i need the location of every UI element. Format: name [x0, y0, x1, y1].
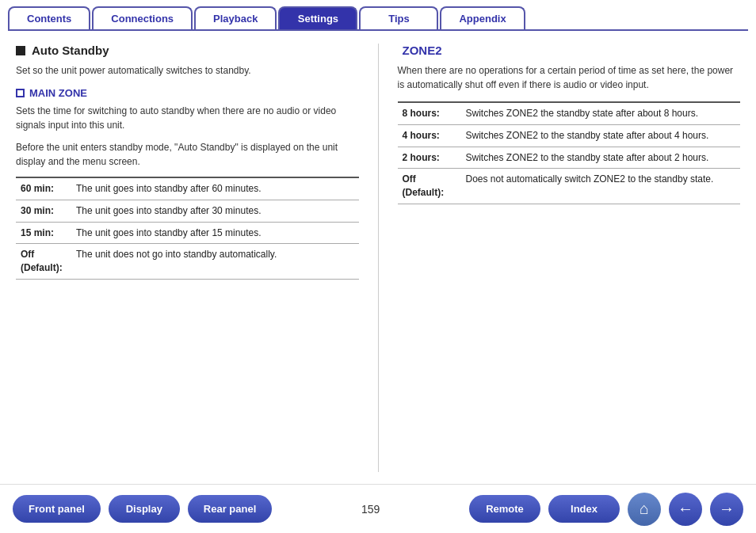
forward-button[interactable]: →	[710, 493, 743, 526]
home-icon: ⌂	[640, 500, 649, 518]
tab-settings[interactable]: Settings	[278, 6, 357, 29]
right-column: ZONE2 When there are no operations for a…	[379, 44, 741, 472]
tab-appendix[interactable]: Appendix	[440, 6, 525, 29]
row-key: 4 hours:	[398, 124, 461, 147]
rear-panel-button[interactable]: Rear panel	[188, 495, 272, 523]
forward-icon: →	[719, 500, 735, 518]
tab-tips[interactable]: Tips	[359, 6, 438, 29]
table-row: 30 min:The unit goes into standby after …	[16, 200, 359, 222]
bottom-nav-left: Front panel Display Rear panel	[13, 495, 272, 523]
bottom-nav-right: Remote Index ⌂ ← →	[469, 493, 743, 526]
table-row: 60 min:The unit goes into standby after …	[16, 177, 359, 200]
row-key: 2 hours:	[398, 147, 461, 169]
row-value: The unit goes into standby after 60 minu…	[71, 177, 359, 200]
black-square-icon	[16, 46, 25, 55]
main-zone-desc1: Sets the time for switching to auto stan…	[16, 104, 359, 132]
display-button[interactable]: Display	[109, 495, 180, 523]
row-value: The unit goes into standby after 15 minu…	[71, 222, 359, 244]
table-row: 2 hours:Switches ZONE2 to the standby st…	[398, 147, 741, 169]
tab-connections[interactable]: Connections	[92, 6, 193, 29]
row-key: 8 hours:	[398, 102, 461, 124]
table-row: 15 min:The unit goes into standby after …	[16, 222, 359, 244]
back-icon: ←	[678, 500, 693, 518]
table-row: Off (Default):The unit does not go into …	[16, 244, 359, 280]
tab-playback[interactable]: Playback	[194, 6, 277, 29]
table-row: 4 hours:Switches ZONE2 to the standby st…	[398, 124, 741, 147]
home-button[interactable]: ⌂	[628, 493, 661, 526]
table-row: Off (Default):Does not automatically swi…	[398, 169, 741, 204]
table-row: 8 hours:Switches ZONE2 the standby state…	[398, 102, 741, 124]
index-button[interactable]: Index	[548, 495, 620, 523]
content-area: Auto Standby Set so the unit power autom…	[0, 31, 756, 485]
tab-navigation: ContentsConnectionsPlaybackSettingsTipsA…	[0, 0, 756, 29]
main-zone-table: 60 min:The unit goes into standby after …	[16, 177, 359, 280]
checkbox-icon	[16, 89, 25, 97]
auto-standby-desc: Set so the unit power automatically swit…	[16, 63, 359, 78]
main-zone-title: MAIN ZONE	[16, 87, 359, 99]
zone2-title: ZONE2	[398, 44, 741, 57]
row-key: 60 min:	[16, 177, 71, 200]
bottom-navigation: Front panel Display Rear panel 159 Remot…	[0, 484, 756, 533]
row-value: Switches ZONE2 to the standby state afte…	[461, 124, 741, 147]
row-key: Off (Default):	[398, 169, 461, 204]
row-key: 15 min:	[16, 222, 71, 244]
row-key: 30 min:	[16, 200, 71, 222]
left-column: Auto Standby Set so the unit power autom…	[16, 44, 379, 472]
zone2-intro: When there are no operations for a certa…	[398, 63, 741, 92]
row-value: Does not automatically switch ZONE2 to t…	[461, 169, 741, 204]
row-value: The unit goes into standby after 30 minu…	[71, 200, 359, 222]
row-value: Switches ZONE2 the standby state after a…	[461, 102, 741, 124]
page-number: 159	[361, 503, 380, 516]
tab-contents[interactable]: Contents	[8, 6, 90, 29]
main-zone-desc2: Before the unit enters standby mode, "Au…	[16, 140, 359, 169]
back-button[interactable]: ←	[669, 493, 702, 526]
row-value: Switches ZONE2 to the standby state afte…	[461, 147, 741, 169]
front-panel-button[interactable]: Front panel	[13, 495, 101, 523]
auto-standby-title: Auto Standby	[16, 44, 359, 57]
row-value: The unit does not go into standby automa…	[71, 244, 359, 280]
zone2-table: 8 hours:Switches ZONE2 the standby state…	[398, 101, 741, 204]
row-key: Off (Default):	[16, 244, 71, 280]
remote-button[interactable]: Remote	[469, 495, 540, 523]
